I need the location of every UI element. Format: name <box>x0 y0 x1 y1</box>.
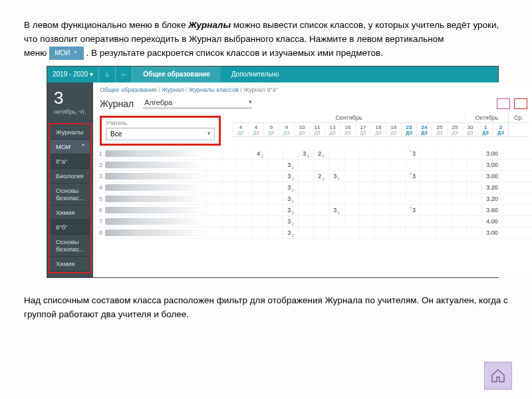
grade-cell[interactable] <box>359 205 374 215</box>
grade-cell[interactable] <box>206 160 221 170</box>
grade-cell[interactable] <box>252 160 267 170</box>
grade-cell[interactable] <box>451 171 466 182</box>
grade-cell[interactable] <box>237 182 252 193</box>
grade-cell[interactable] <box>451 216 466 227</box>
grade-cell[interactable]: 22 <box>313 148 329 159</box>
grade-cell[interactable] <box>221 205 237 215</box>
crumb-general[interactable]: Общее образование <box>100 86 157 93</box>
home-icon[interactable]: ⌂ <box>99 66 116 82</box>
grade-cell[interactable] <box>313 182 329 193</box>
grade-cell[interactable] <box>359 227 374 238</box>
grade-cell[interactable] <box>436 216 451 227</box>
grade-cell[interactable] <box>221 194 237 204</box>
grade-cell[interactable] <box>313 216 329 227</box>
grade-cell[interactable] <box>206 182 221 193</box>
grade-cell[interactable] <box>359 171 374 182</box>
crumb-class-journals[interactable]: Журналы классов <box>189 86 239 93</box>
grade-cell[interactable] <box>374 171 390 182</box>
grade-cell[interactable] <box>329 160 344 170</box>
table-row[interactable]: 4323.20 <box>93 182 532 194</box>
grade-cell[interactable] <box>206 205 221 215</box>
subject-select[interactable]: Алгебра <box>143 98 252 108</box>
toolbar-icon-1[interactable] <box>497 98 510 109</box>
grade-cell[interactable] <box>344 148 359 159</box>
grade-cell[interactable]: 32 <box>283 205 298 215</box>
grade-cell[interactable] <box>466 160 481 170</box>
grade-cell[interactable] <box>344 171 359 182</box>
grade-cell[interactable] <box>344 227 359 238</box>
grade-cell[interactable] <box>405 194 420 204</box>
table-row[interactable]: 3322232*33.00 <box>93 171 532 182</box>
grade-cell[interactable] <box>298 227 313 238</box>
grade-cell[interactable] <box>466 148 481 159</box>
teacher-filter-select[interactable]: Все <box>106 128 215 140</box>
grade-cell[interactable] <box>436 182 451 193</box>
grade-cell[interactable] <box>298 216 313 227</box>
grade-cell[interactable] <box>221 227 237 238</box>
grade-cell[interactable]: 22 <box>313 171 329 182</box>
grade-cell[interactable] <box>436 227 451 238</box>
grade-cell[interactable] <box>436 171 451 182</box>
grade-cell[interactable] <box>267 160 283 170</box>
grade-cell[interactable] <box>344 160 359 170</box>
grade-cell[interactable] <box>298 160 313 170</box>
grade-cell[interactable] <box>436 194 451 204</box>
grade-cell[interactable] <box>374 148 390 159</box>
grade-cell[interactable] <box>451 160 466 170</box>
grade-cell[interactable]: 32 <box>283 171 298 182</box>
grade-cell[interactable] <box>374 205 390 215</box>
grade-cell[interactable] <box>390 182 405 193</box>
grade-cell[interactable] <box>359 182 374 193</box>
grade-cell[interactable] <box>466 171 481 182</box>
grade-cell[interactable] <box>420 171 436 182</box>
grade-cell[interactable] <box>237 194 252 204</box>
grade-cell[interactable] <box>405 182 420 193</box>
table-row[interactable]: 1423222*33.00 <box>93 148 532 160</box>
grade-cell[interactable] <box>466 216 481 227</box>
grade-cell[interactable] <box>359 160 374 170</box>
grade-cell[interactable] <box>313 205 329 215</box>
grade-cell[interactable] <box>451 227 466 238</box>
grade-cell[interactable] <box>221 171 237 182</box>
grade-cell[interactable] <box>436 160 451 170</box>
grade-cell[interactable] <box>420 148 436 159</box>
tab-additional[interactable]: Дополнительно <box>221 66 290 82</box>
table-row[interactable]: 5323.20 <box>93 194 532 205</box>
grade-cell[interactable] <box>359 194 374 204</box>
grade-cell[interactable] <box>466 182 481 193</box>
grade-cell[interactable]: 32 <box>283 160 298 170</box>
grade-cell[interactable] <box>390 227 405 238</box>
grade-cell[interactable] <box>344 182 359 193</box>
grade-cell[interactable] <box>390 160 405 170</box>
table-row[interactable]: 63232*33.60 <box>93 205 532 216</box>
table-row[interactable]: 2323.00 <box>93 160 532 171</box>
grade-cell[interactable] <box>267 227 283 238</box>
toolbar-icon-2[interactable] <box>514 98 527 109</box>
grade-cell[interactable]: 32 <box>329 205 344 215</box>
grade-cell[interactable] <box>390 194 405 204</box>
grade-cell[interactable] <box>374 216 390 227</box>
grade-cell[interactable] <box>390 216 405 227</box>
grade-cell[interactable] <box>237 148 252 159</box>
grade-cell[interactable] <box>374 182 390 193</box>
grade-cell[interactable] <box>344 205 359 215</box>
grade-cell[interactable] <box>313 194 329 204</box>
crumb-journal[interactable]: Журнал <box>162 86 184 93</box>
grade-cell[interactable] <box>221 148 237 159</box>
grade-cell[interactable] <box>329 216 344 227</box>
grade-cell[interactable] <box>374 194 390 204</box>
grade-cell[interactable] <box>252 216 267 227</box>
grade-cell[interactable] <box>298 194 313 204</box>
grade-cell[interactable] <box>206 148 221 159</box>
grade-cell[interactable] <box>451 182 466 193</box>
grade-cell[interactable] <box>374 160 390 170</box>
grade-cell[interactable] <box>405 227 420 238</box>
grade-cell[interactable]: 42 <box>252 148 267 159</box>
grade-cell[interactable] <box>344 194 359 204</box>
slide-home-button[interactable] <box>484 362 512 390</box>
grade-cell[interactable]: *3 <box>405 205 420 215</box>
grade-cell[interactable] <box>359 216 374 227</box>
grade-cell[interactable] <box>466 205 481 215</box>
grade-cell[interactable] <box>221 160 237 170</box>
grade-cell[interactable] <box>451 194 466 204</box>
